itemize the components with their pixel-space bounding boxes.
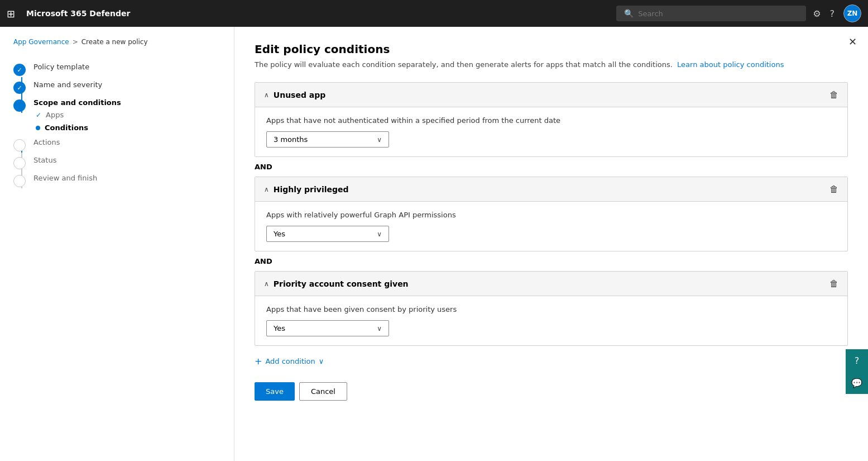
learn-more-link[interactable]: Learn about policy conditions: [677, 60, 784, 69]
condition-header-left-priv: ∧ Highly privileged: [264, 185, 349, 194]
condition-header-priority[interactable]: ∧ Priority account consent given 🗑: [255, 272, 847, 296]
condition-desc-priority: Apps that have been given consent by pri…: [266, 305, 836, 313]
main-layout: App Governance > Create a new policy ✓ P…: [0, 27, 868, 461]
float-chat-button[interactable]: 💬: [846, 372, 868, 394]
help-icon[interactable]: ?: [830, 8, 835, 19]
substep-conditions-dot: [36, 126, 40, 130]
step-review-finish[interactable]: Review and finish: [0, 170, 234, 191]
breadcrumb-parent[interactable]: App Governance: [13, 38, 69, 46]
chevron-up-icon-priv: ∧: [264, 186, 269, 193]
step-icon-scope: [13, 99, 26, 112]
content-area: ✕ Edit policy conditions The policy will…: [234, 27, 868, 461]
condition-card-unused-app: ∧ Unused app 🗑 Apps that have not authen…: [255, 82, 848, 157]
cancel-button[interactable]: Cancel: [299, 382, 347, 401]
chevron-up-icon-unused: ∧: [264, 91, 269, 99]
substep-apps[interactable]: ✓ Apps: [36, 109, 121, 121]
content-inner: Edit policy conditions The policy will e…: [234, 27, 868, 416]
substep-conditions-label: Conditions: [45, 123, 88, 132]
breadcrumb-separator: >: [73, 38, 78, 46]
step-label-scope: Scope and conditions: [33, 98, 121, 107]
and-label-1: AND: [255, 157, 848, 177]
step-actions[interactable]: Actions: [0, 135, 234, 153]
step-icon-actions: [13, 139, 26, 151]
breadcrumb-current: Create a new policy: [81, 38, 148, 46]
save-button[interactable]: Save: [255, 382, 295, 401]
condition-header-unused-app[interactable]: ∧ Unused app 🗑: [255, 83, 847, 107]
float-help-button[interactable]: ?: [846, 349, 868, 372]
condition-body-priority: Apps that have been given consent by pri…: [255, 296, 847, 345]
close-button[interactable]: ✕: [848, 36, 857, 47]
condition-body-unused: Apps that have not authenticated within …: [255, 107, 847, 156]
condition-desc-priv: Apps with relatively powerful Graph API …: [266, 211, 836, 219]
settings-icon[interactable]: ⚙: [813, 8, 821, 19]
condition-title-unused: Unused app: [274, 91, 326, 99]
chevron-down-icon-priv: ∨: [377, 230, 382, 238]
substep-conditions[interactable]: Conditions: [36, 122, 121, 134]
dropdown-unused-value: 3 months: [274, 135, 308, 144]
page-description: The policy will evaluate each condition …: [255, 60, 848, 69]
step-icon-name-severity: ✓: [13, 82, 26, 94]
delete-condition-priv[interactable]: 🗑: [829, 184, 838, 194]
substep-apps-check: ✓: [36, 111, 41, 119]
app-title: Microsoft 365 Defender: [26, 9, 610, 18]
substep-apps-label: Apps: [46, 111, 64, 119]
search-icon: 🔍: [624, 9, 634, 18]
step-label-actions: Actions: [33, 138, 60, 146]
dropdown-priority-value: Yes: [274, 324, 285, 332]
condition-header-left-priority: ∧ Priority account consent given: [264, 279, 409, 288]
dropdown-priv[interactable]: Yes ∨: [266, 226, 389, 242]
condition-title-priv: Highly privileged: [274, 185, 349, 194]
condition-card-highly-privileged: ∧ Highly privileged 🗑 Apps with relative…: [255, 177, 848, 251]
avatar[interactable]: ZN: [843, 4, 861, 22]
add-condition-label: Add condition: [265, 357, 315, 365]
dropdown-priv-value: Yes: [274, 230, 285, 238]
add-condition-button[interactable]: + Add condition ∨: [255, 356, 324, 367]
page-title: Edit policy conditions: [255, 42, 848, 56]
chevron-down-icon-unused: ∨: [377, 136, 382, 144]
condition-title-priority: Priority account consent given: [274, 279, 409, 288]
action-buttons: Save Cancel: [255, 382, 848, 401]
step-label-status: Status: [33, 156, 56, 164]
steps-list: ✓ Policy template ✓ Name and severity Sc…: [0, 55, 234, 195]
step-policy-template[interactable]: ✓ Policy template: [0, 59, 234, 77]
condition-card-priority: ∧ Priority account consent given 🗑 Apps …: [255, 271, 848, 346]
add-condition-chevron: ∨: [319, 357, 324, 365]
step-label-policy-template: Policy template: [33, 63, 89, 71]
step-status[interactable]: Status: [0, 153, 234, 170]
step-scope-conditions[interactable]: Scope and conditions ✓ Apps Conditions: [0, 95, 234, 135]
top-navigation: ⊞ Microsoft 365 Defender 🔍 ⚙ ? ZN: [0, 0, 868, 27]
nav-icons: ⚙ ? ZN: [813, 4, 861, 22]
dropdown-unused-app[interactable]: 3 months ∨: [266, 131, 389, 148]
step-label-name-severity: Name and severity: [33, 80, 102, 89]
and-label-2: AND: [255, 251, 848, 271]
delete-condition-unused[interactable]: 🗑: [829, 89, 838, 100]
step-icon-policy-template: ✓: [13, 64, 26, 76]
condition-desc-unused: Apps that have not authenticated within …: [266, 116, 836, 125]
chevron-up-icon-priority: ∧: [264, 280, 269, 288]
step-icon-review: [13, 175, 26, 187]
floating-buttons: ? 💬: [846, 349, 868, 394]
condition-header-left-unused: ∧ Unused app: [264, 91, 325, 99]
sidebar: App Governance > Create a new policy ✓ P…: [0, 27, 234, 461]
step-label-review: Review and finish: [33, 174, 97, 182]
step-icon-status: [13, 157, 26, 169]
plus-icon: +: [255, 356, 262, 367]
condition-body-priv: Apps with relatively powerful Graph API …: [255, 202, 847, 251]
dropdown-priority[interactable]: Yes ∨: [266, 320, 389, 336]
condition-header-highly-privileged[interactable]: ∧ Highly privileged 🗑: [255, 177, 847, 202]
chevron-down-icon-priority: ∨: [377, 325, 382, 332]
search-input[interactable]: [638, 9, 798, 18]
delete-condition-priority[interactable]: 🗑: [829, 278, 838, 289]
search-bar[interactable]: 🔍: [616, 6, 806, 21]
breadcrumb: App Governance > Create a new policy: [0, 38, 234, 55]
grid-icon[interactable]: ⊞: [7, 8, 15, 20]
step-name-severity[interactable]: ✓ Name and severity: [0, 77, 234, 95]
